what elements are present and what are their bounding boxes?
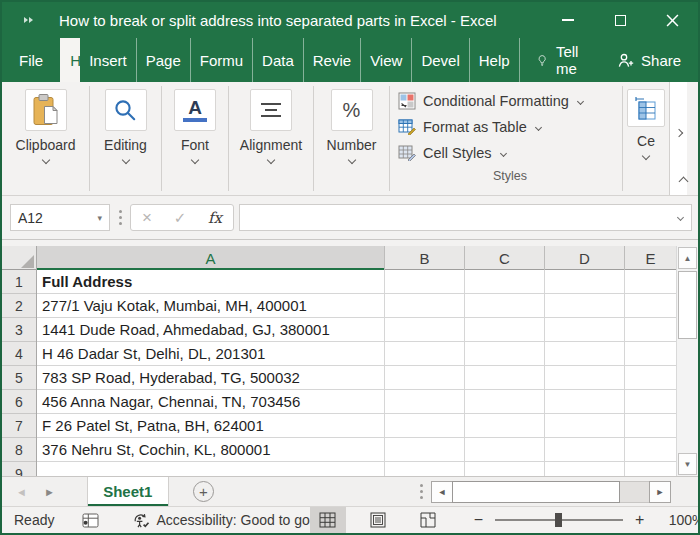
cell-a2[interactable]: 277/1 Vaju Kotak, Mumbai, MH, 400001 [37, 294, 385, 318]
cell-d1[interactable] [545, 270, 625, 294]
tab-insert[interactable]: Insert [80, 38, 136, 82]
zoom-in-button[interactable]: + [631, 511, 648, 529]
cell-d7[interactable] [545, 414, 625, 438]
cell-e9[interactable] [625, 462, 676, 476]
cell-e4[interactable] [625, 342, 676, 366]
formula-bar-resize-handle[interactable] [110, 210, 130, 225]
name-box-dropdown-icon[interactable]: ▾ [97, 213, 109, 223]
column-header-a[interactable]: A [37, 246, 385, 270]
tab-data[interactable]: Data [252, 38, 303, 82]
scroll-right-button[interactable]: ► [649, 481, 671, 503]
cell-b3[interactable] [385, 318, 465, 342]
macro-record-button[interactable] [82, 513, 99, 528]
tab-help[interactable]: Help [469, 38, 520, 82]
sheet-tab-sheet1[interactable]: Sheet1 [87, 477, 169, 506]
cell-a6[interactable]: 456 Anna Nagar, Chennai, TN, 703456 [37, 390, 385, 414]
cell-d3[interactable] [545, 318, 625, 342]
editing-group-button[interactable]: Editing [90, 82, 161, 195]
tab-view[interactable]: View [360, 38, 411, 82]
row-header-9[interactable]: 9 [2, 462, 37, 476]
cancel-icon[interactable]: × [142, 208, 152, 228]
conditional-formatting-button[interactable]: Conditional Formatting [398, 88, 583, 114]
quick-access-icon[interactable] [24, 17, 33, 23]
horizontal-scrollbar-thumb[interactable] [452, 481, 620, 503]
cell-a5[interactable]: 783 SP Road, Hyderabad, TG, 500032 [37, 366, 385, 390]
zoom-level[interactable]: 100% [662, 512, 700, 528]
column-header-d[interactable]: D [545, 246, 625, 270]
cell-a9[interactable] [37, 462, 385, 476]
name-box[interactable]: A12 ▾ [10, 204, 110, 231]
scroll-up-button[interactable]: ▲ [678, 247, 697, 269]
cell-d6[interactable] [545, 390, 625, 414]
cell-d5[interactable] [545, 366, 625, 390]
cell-a8[interactable]: 376 Nehru St, Cochin, KL, 800001 [37, 438, 385, 462]
enter-icon[interactable]: ✓ [174, 209, 187, 227]
cell-b5[interactable] [385, 366, 465, 390]
row-header-5[interactable]: 5 [2, 366, 37, 390]
scroll-left-button[interactable]: ◄ [431, 481, 453, 503]
cell-d8[interactable] [545, 438, 625, 462]
maximize-button[interactable] [594, 2, 646, 38]
zoom-slider-thumb[interactable] [555, 513, 562, 527]
vertical-scrollbar-track[interactable] [677, 340, 698, 452]
cell-c8[interactable] [465, 438, 545, 462]
formula-bar-expand-icon[interactable] [677, 214, 684, 221]
cell-e8[interactable] [625, 438, 676, 462]
cell-b2[interactable] [385, 294, 465, 318]
tab-bar-resize-handle[interactable] [411, 484, 431, 499]
clipboard-group-button[interactable]: Clipboard [2, 82, 89, 195]
column-header-b[interactable]: B [385, 246, 465, 270]
tab-review[interactable]: Revie [303, 38, 360, 82]
cell-e1[interactable] [625, 270, 676, 294]
column-header-e[interactable]: E [625, 246, 676, 270]
cell-c3[interactable] [465, 318, 545, 342]
cells-group-button[interactable]: Ce [623, 82, 669, 195]
collapse-ribbon-button[interactable] [676, 174, 691, 189]
insert-function-icon[interactable]: fx [208, 209, 222, 227]
cell-e2[interactable] [625, 294, 676, 318]
next-sheet-button[interactable]: ► [44, 477, 55, 506]
share-button[interactable]: Share [598, 38, 698, 82]
zoom-slider[interactable] [495, 519, 623, 521]
normal-view-button[interactable] [310, 507, 346, 534]
page-break-preview-button[interactable] [410, 507, 446, 534]
cell-d2[interactable] [545, 294, 625, 318]
cell-a3[interactable]: 1441 Dude Road, Ahmedabad, GJ, 380001 [37, 318, 385, 342]
row-header-8[interactable]: 8 [2, 438, 37, 462]
zoom-out-button[interactable]: − [470, 511, 487, 529]
cell-d4[interactable] [545, 342, 625, 366]
format-as-table-button[interactable]: Format as Table [398, 114, 541, 140]
row-header-7[interactable]: 7 [2, 414, 37, 438]
formula-input[interactable] [239, 204, 692, 231]
font-group-button[interactable]: A Font [162, 82, 228, 195]
cell-c4[interactable] [465, 342, 545, 366]
cell-c6[interactable] [465, 390, 545, 414]
cell-c9[interactable] [465, 462, 545, 476]
scroll-down-button[interactable]: ▼ [678, 453, 697, 475]
row-header-2[interactable]: 2 [2, 294, 37, 318]
minimize-button[interactable] [542, 2, 594, 38]
row-header-6[interactable]: 6 [2, 390, 37, 414]
cell-b6[interactable] [385, 390, 465, 414]
cell-styles-button[interactable]: Cell Styles [398, 140, 506, 166]
cell-a1[interactable]: Full Address [37, 270, 385, 294]
cell-b4[interactable] [385, 342, 465, 366]
new-sheet-button[interactable]: + [193, 481, 214, 502]
cell-e6[interactable] [625, 390, 676, 414]
horizontal-scrollbar[interactable]: ◄ ► [431, 481, 671, 503]
cell-a7[interactable]: F 26 Patel St, Patna, BH, 624001 [37, 414, 385, 438]
close-button[interactable] [646, 2, 698, 38]
cell-e5[interactable] [625, 366, 676, 390]
row-header-1[interactable]: 1 [2, 270, 37, 294]
tab-developer[interactable]: Devel [411, 38, 468, 82]
tab-page-layout[interactable]: Page [136, 38, 190, 82]
tab-formulas[interactable]: Formu [190, 38, 252, 82]
row-header-4[interactable]: 4 [2, 342, 37, 366]
vertical-scrollbar[interactable]: ▲ ▼ [676, 246, 698, 476]
tab-file[interactable]: File [2, 38, 60, 82]
tell-me-button[interactable]: Tell me [524, 38, 599, 82]
previous-sheet-button[interactable]: ◄ [16, 477, 27, 506]
row-header-3[interactable]: 3 [2, 318, 37, 342]
cell-b1[interactable] [385, 270, 465, 294]
cell-e7[interactable] [625, 414, 676, 438]
